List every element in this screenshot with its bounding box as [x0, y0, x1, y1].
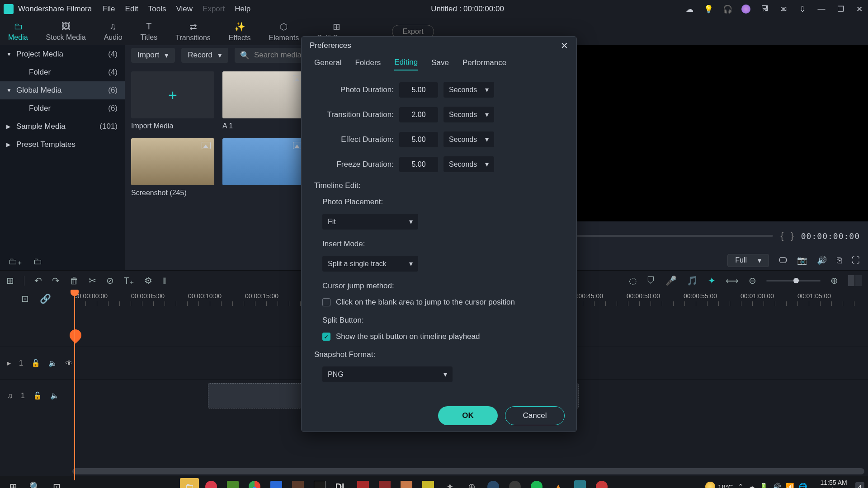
shield-icon[interactable]: ⛉: [646, 276, 656, 286]
app-icon[interactable]: [375, 478, 394, 488]
undo-icon[interactable]: ↶: [34, 275, 42, 286]
link-icon[interactable]: 🔗: [40, 293, 51, 304]
start-icon[interactable]: ⊞: [4, 478, 23, 488]
app-icon[interactable]: DL: [332, 478, 351, 488]
chrome-icon[interactable]: [245, 478, 264, 488]
zoom-out-icon[interactable]: ⊖: [749, 275, 756, 286]
sidebar-item-project-media[interactable]: ▼Project Media(4): [0, 45, 125, 63]
cancel-button[interactable]: Cancel: [505, 406, 565, 425]
menu-export[interactable]: Export: [203, 5, 225, 14]
search-icon[interactable]: 🔍: [25, 478, 44, 488]
app-icon[interactable]: [505, 478, 524, 488]
lock-icon[interactable]: 🔓: [33, 391, 42, 400]
maximize-icon[interactable]: ❐: [835, 4, 845, 14]
link-tracks-icon[interactable]: ⊡: [21, 293, 29, 304]
wifi-icon[interactable]: 📶: [786, 483, 794, 488]
fullscreen-icon[interactable]: ⛶: [852, 256, 860, 265]
sidebar-item-preset-templates[interactable]: ▶Preset Templates: [0, 136, 125, 154]
adjust-icon[interactable]: ⚙: [144, 275, 152, 286]
eye-icon[interactable]: 👁: [66, 359, 73, 367]
notification-count[interactable]: 4: [855, 482, 864, 488]
app-icon[interactable]: [267, 478, 286, 488]
mark-in-icon[interactable]: {: [780, 231, 783, 241]
duration-input[interactable]: [399, 132, 438, 147]
delete-icon[interactable]: 🗑: [70, 276, 79, 286]
thumbnail[interactable]: [222, 71, 306, 118]
thumbnail[interactable]: +: [131, 71, 214, 118]
menu-file[interactable]: File: [103, 5, 115, 14]
duration-input[interactable]: [399, 157, 438, 172]
text-icon[interactable]: T₊: [124, 275, 134, 286]
unit-select[interactable]: Seconds▾: [443, 131, 494, 147]
spotify-icon[interactable]: [527, 478, 546, 488]
ribbon-tab-effects[interactable]: ✨Effects: [229, 21, 251, 42]
duration-input[interactable]: [399, 107, 438, 122]
app-icon[interactable]: [397, 478, 416, 488]
mute-icon[interactable]: 🔈: [48, 359, 57, 367]
insert-mode-select[interactable]: Split a single track▾: [322, 256, 418, 272]
timeline-scrollbar[interactable]: [72, 468, 864, 474]
import-dropdown[interactable]: Import▾: [131, 48, 175, 63]
app-icon[interactable]: [592, 478, 611, 488]
mark-out-icon[interactable]: }: [791, 231, 794, 241]
monitor-icon[interactable]: 🖵: [779, 256, 787, 265]
app-icon[interactable]: [484, 478, 503, 488]
vlc-icon[interactable]: ▲: [549, 478, 568, 488]
music-icon[interactable]: 🎵: [687, 275, 698, 286]
folder-icon[interactable]: 🗀: [33, 256, 42, 267]
tag-icon[interactable]: ⊘: [106, 275, 114, 286]
menu-help[interactable]: Help: [235, 5, 250, 14]
sidebar-item-folder[interactable]: Folder(4): [0, 63, 125, 81]
zoom-in-icon[interactable]: ⊕: [830, 275, 838, 286]
menu-tools[interactable]: Tools: [148, 5, 166, 14]
playhead[interactable]: [74, 291, 75, 480]
clock[interactable]: 11:55 AM 16/12/2022: [816, 479, 847, 488]
headset-icon[interactable]: 🎧: [722, 4, 732, 14]
unit-select[interactable]: Seconds▾: [443, 82, 494, 98]
render-icon[interactable]: ◌: [629, 275, 637, 286]
quality-dropdown[interactable]: Full▾: [727, 254, 769, 267]
ribbon-tab-media[interactable]: 🗀Media: [8, 21, 28, 42]
media-item[interactable]: Screenshot (245): [131, 138, 214, 197]
app-icon[interactable]: [288, 478, 307, 488]
pref-tab-folders[interactable]: Folders: [355, 58, 381, 70]
marker-icon[interactable]: ✦: [708, 275, 716, 286]
minimize-icon[interactable]: —: [816, 4, 826, 14]
download-icon[interactable]: ⇩: [797, 4, 807, 14]
app-icon[interactable]: [354, 478, 373, 488]
grid-icon[interactable]: ⊞: [6, 275, 14, 286]
duration-input[interactable]: [399, 82, 438, 98]
volume-icon[interactable]: 🔊: [817, 255, 827, 265]
photo-placement-select[interactable]: Fit▾: [322, 214, 418, 230]
split-button-checkbox[interactable]: ✓: [322, 333, 330, 341]
redo-icon[interactable]: ↷: [52, 275, 60, 286]
volume-icon[interactable]: 🔊: [773, 483, 781, 488]
camera-icon[interactable]: 📷: [797, 255, 807, 265]
ribbon-tab-elements[interactable]: ⬡Elements: [269, 21, 299, 42]
dialog-close-icon[interactable]: ✕: [561, 40, 568, 51]
menu-view[interactable]: View: [176, 5, 193, 14]
pref-tab-editing[interactable]: Editing: [394, 58, 418, 70]
sidebar-item-global-media[interactable]: ▼Global Media(6): [0, 81, 125, 99]
media-item[interactable]: +Import Media: [131, 71, 214, 130]
ribbon-tab-transitions[interactable]: ⇄Transitions: [175, 21, 211, 42]
battery-icon[interactable]: 🔋: [760, 483, 768, 488]
mail-icon[interactable]: ✉: [778, 4, 788, 14]
ribbon-tab-titles[interactable]: TTitles: [141, 21, 158, 42]
pref-tab-save[interactable]: Save: [431, 58, 449, 70]
save-icon[interactable]: 🖫: [760, 4, 769, 14]
taskview-icon[interactable]: ⊡: [47, 478, 66, 488]
chevron-up-icon[interactable]: ⌃: [738, 483, 744, 488]
cut-icon[interactable]: ✂: [89, 275, 96, 286]
zoom-slider[interactable]: [766, 280, 821, 282]
app-icon[interactable]: ⊕: [462, 478, 481, 488]
new-folder-icon[interactable]: 🗀₊: [8, 256, 22, 267]
ribbon-tab-audio[interactable]: ♫Audio: [104, 21, 123, 42]
cursor-jump-checkbox[interactable]: [322, 298, 330, 306]
explorer-icon[interactable]: 🗀: [180, 478, 199, 488]
lightbulb-icon[interactable]: 💡: [703, 4, 713, 14]
cloud-icon[interactable]: ☁: [748, 483, 755, 488]
cloud-icon[interactable]: ☁: [684, 4, 694, 14]
profile-avatar[interactable]: [741, 5, 750, 14]
pref-tab-performance[interactable]: Performance: [462, 58, 506, 70]
